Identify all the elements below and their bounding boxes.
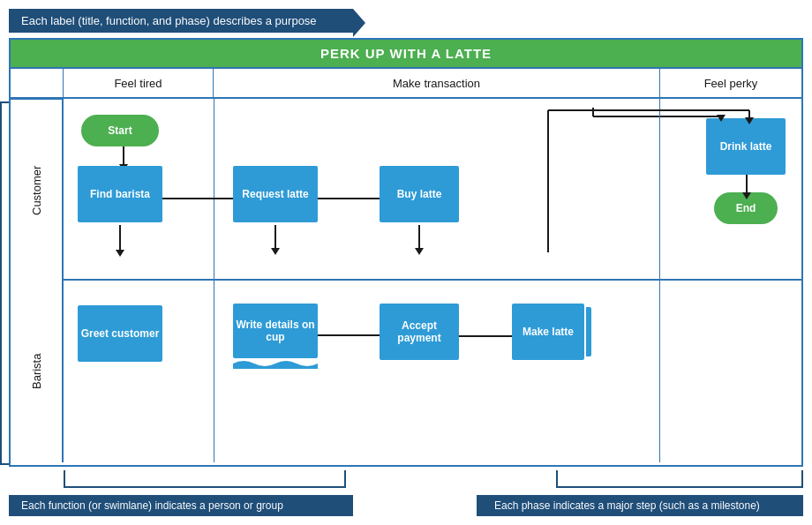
arrow-makelatte-drinklatte-h bbox=[553, 146, 555, 148]
scroll-wave bbox=[233, 358, 318, 369]
lane-labels: Customer Barista bbox=[11, 99, 64, 462]
side-bracket bbox=[0, 101, 9, 465]
svg-marker-14 bbox=[9, 506, 21, 525]
accept-payment-shape: Accept payment bbox=[380, 304, 459, 360]
arrow-acceptpayment-makelatte bbox=[459, 332, 519, 341]
top-label: Each label (title, function, and phase) … bbox=[9, 9, 353, 33]
arrow-writedetails-acceptpayment bbox=[318, 331, 387, 340]
diagram-title: PERK UP WITH A LATTE bbox=[11, 40, 801, 69]
bottom-area: Each function (or swimlane) indicates a … bbox=[9, 472, 803, 516]
greet-customer-shape: Greet customer bbox=[78, 305, 162, 362]
write-details-shape: Write details on cup bbox=[233, 304, 318, 364]
find-barista-shape: Find barista bbox=[78, 166, 162, 222]
phase-feel-tired: Feel tired bbox=[64, 69, 214, 97]
bracket-right bbox=[556, 470, 803, 488]
arrow-drinklatte-end bbox=[742, 175, 751, 199]
lane-label-customer: Customer bbox=[11, 99, 62, 281]
bottom-label-left: Each function (or swimlane) indicates a … bbox=[9, 495, 353, 516]
top-label-text: Each label (title, function, and phase) … bbox=[21, 14, 317, 27]
bottom-label-right: Each phase indicates a major step (such … bbox=[477, 495, 803, 516]
request-latte-shape: Request latte bbox=[233, 166, 318, 222]
diagram-area: PERK UP WITH A LATTE Feel tired Make tra… bbox=[9, 38, 803, 467]
barista-lane: Greet customer Write details on cup bbox=[64, 281, 801, 462]
make-latte-shape: Make latte bbox=[512, 304, 591, 360]
drink-latte-shape: Drink latte bbox=[706, 118, 786, 175]
bottom-label-left-text: Each function (or swimlane) indicates a … bbox=[21, 499, 283, 512]
diagram-title-text: PERK UP WITH A LATTE bbox=[320, 46, 492, 61]
start-shape: Start bbox=[81, 115, 159, 146]
customer-lane: Start Find barista bbox=[64, 99, 801, 281]
bottom-label-right-text: Each phase indicates a major step (such … bbox=[494, 499, 760, 512]
lane-label-barista: Barista bbox=[11, 281, 62, 462]
buy-latte-shape: Buy latte bbox=[380, 166, 459, 222]
main-container: Each label (title, function, and phase) … bbox=[9, 9, 803, 516]
bracket-left bbox=[64, 470, 346, 488]
phase-header-row: Feel tired Make transaction Feel perky bbox=[11, 69, 801, 99]
arrow-findbarista-requestlatte bbox=[162, 194, 240, 203]
phase-feel-perky: Feel perky bbox=[660, 69, 801, 97]
lanes-content: Start Find barista bbox=[64, 99, 801, 462]
arrow-requestlatte-buylatte bbox=[318, 194, 387, 203]
swimlane-area: Customer Barista Start bbox=[11, 99, 801, 462]
phase-make-transaction: Make transaction bbox=[214, 69, 660, 97]
phase-empty bbox=[11, 69, 64, 97]
